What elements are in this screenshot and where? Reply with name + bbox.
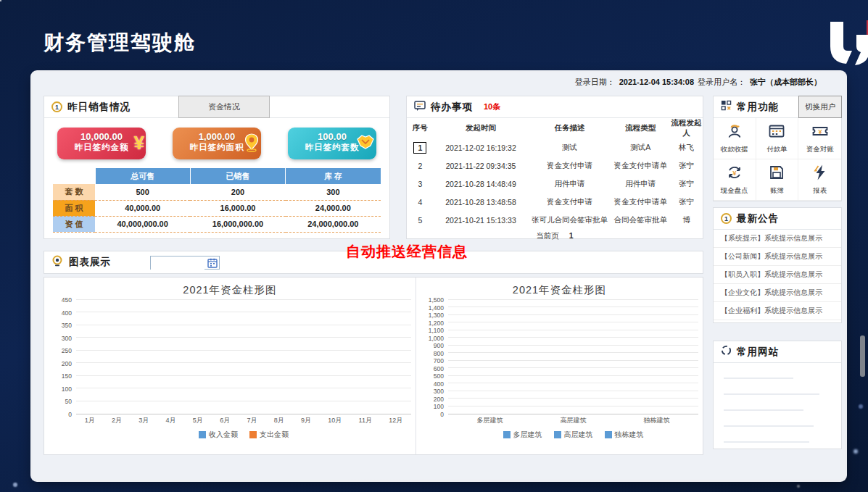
x-tick-label: 多层建筑 [477,416,503,425]
todo-cell[interactable]: 张宁 [670,193,703,211]
location-pin-icon [244,133,260,155]
switch-user-button[interactable]: 切换用户 [798,96,842,118]
y-tick-label: 200 [62,360,72,367]
todo-row[interactable]: 22021-11-22 09:34:35资金支付申请资金支付申请单张宁 [407,157,703,175]
todo-seq[interactable]: 2 [407,157,434,175]
charts-panel: 2021年资金柱形图 050100150200250300350400450 1… [44,277,703,455]
todo-seq[interactable]: 3 [407,175,434,193]
todo-pager[interactable]: 当前页1 [407,231,703,241]
y-tick-label: 1,400 [429,304,444,312]
y-tick-label: 100 [62,385,72,393]
sales-table: 总可售已销售库 存 套 数500200300面 积40,000.0016,000… [53,168,381,233]
todo-cell[interactable]: 合同会签审批单 [611,211,671,229]
todo-cell[interactable]: 测试A [611,138,671,157]
svg-text:¥: ¥ [818,128,822,135]
row-label: 面 积 [53,200,95,216]
x-tick-label: 独栋建筑 [644,416,670,425]
calendar-icon [768,122,785,143]
sales-badges: 10,000.00昨日签约金额¥1,000.00昨日签约面积100.00昨日签约… [44,118,389,159]
functions-panel-title: 常用功能 [737,101,779,114]
y-tick-label: 200 [434,396,444,403]
cell-value: 40,000,000.00 [95,216,190,232]
sales-badge: 1,000.00昨日签约面积 [173,128,261,159]
function-item-现金盘点[interactable]: ¥现金盘点 [714,159,756,201]
x-tick-label: 10月 [328,416,342,425]
todo-cell[interactable]: 用件申请 [528,175,611,193]
todo-cell[interactable]: 资金支付申请单 [611,157,671,175]
y-tick-label: 300 [434,388,444,395]
empty-header-cell [53,168,95,184]
todo-row[interactable]: 42021-10-28 13:48:58资金支付申请资金支付申请单张宁 [407,193,703,211]
badge-label: 昨日签约金额 [57,142,146,153]
todo-cell[interactable]: 资金支付申请 [528,193,611,211]
todo-cell[interactable]: 2021-11-22 09:34:35 [434,157,529,175]
row-label: 套 数 [53,184,95,200]
chart-date-input[interactable] [151,258,204,270]
charts-section-title: 图表展示 [69,256,111,269]
dashboard-container: 登录日期：2021-12-04 15:34:08 登录用户名：张宁（成本部部长）… [33,72,845,480]
announcements-title: 最新公告 [737,212,779,225]
x-tick-label: 高层建筑 [561,416,587,425]
legend-item: 独栋建筑 [605,430,644,440]
function-item-收款收据[interactable]: 收款收据 [714,118,756,159]
cell-value: 500 [95,184,190,200]
chart-date-field[interactable] [150,256,220,270]
todo-row[interactable]: 12021-12-02 16:19:32测试测试A林飞 [407,138,703,157]
announcement-item[interactable]: 【企业福利】系统提示信息展示 [714,302,841,320]
x-tick-label: 7月 [247,416,257,425]
function-label: 现金盘点 [721,186,748,196]
page-title: 财务管理驾驶舱 [44,29,196,57]
function-item-报表[interactable]: 报表 [798,159,841,201]
y-tick-label: 900 [434,342,444,349]
todo-column-header: 序号 [407,118,434,138]
y-tick-label: 1,000 [429,335,444,342]
todo-cell[interactable]: 张可儿合同会签审批单 [528,211,611,229]
circle-one-icon: 1 [51,101,62,112]
todo-cell[interactable]: 资金支付申请 [528,157,611,175]
login-user: 登录用户名：张宁（成本部部长） [698,77,822,88]
todo-seq[interactable]: 4 [407,193,434,211]
x-tick-label: 3月 [139,416,149,425]
announcement-item[interactable]: 【公司新闻】系统提示信息展示 [714,248,841,266]
todo-cell[interactable]: 用件申请 [611,175,671,193]
todo-cell[interactable]: 张宁 [670,175,703,193]
announcement-item[interactable]: 【职员入职】系统提示信息展示 [714,266,841,284]
todo-seq[interactable]: 5 [407,211,434,229]
announcements-panel: 1 最新公告 【系统提示】系统提示信息展示【公司新闻】系统提示信息展示【职员入职… [713,207,842,323]
todo-cell[interactable]: 张宁 [670,157,703,175]
function-item-资金对账[interactable]: ¥资金对账 [798,118,841,159]
y-tick-label: 800 [434,350,444,357]
badge-value: 10,000.00 [57,131,146,142]
tab-funds-status[interactable]: 资金情况 [178,96,270,118]
todo-cell[interactable]: 林飞 [670,138,703,157]
todo-cell[interactable]: 测试 [528,138,611,157]
todo-cell[interactable]: 博 [670,211,703,229]
todo-cell[interactable]: 2021-10-28 14:48:49 [434,175,529,193]
todo-table: 序号发起时间任务描述流程类型流程发起人 12021-12-02 16:19:32… [407,118,703,229]
todo-cell[interactable]: 2021-10-28 13:48:58 [434,193,529,211]
todo-column-header: 任务描述 [528,118,611,138]
todo-panel: 待办事项 10条 序号发起时间任务描述流程类型流程发起人 12021-12-02… [406,96,703,239]
background-lights [0,0,1,1]
person-icon [726,122,743,143]
todo-cell[interactable]: 2021-10-21 15:13:33 [434,211,529,229]
announcement-item[interactable]: 【企业文化】系统提示信息展示 [714,284,841,302]
todo-row[interactable]: 32021-10-28 14:48:49用件申请用件申请张宁 [407,175,703,193]
brand-logo [824,19,868,70]
monthly-funds-bar-chart: 2021年资金柱形图 050100150200250300350400450 1… [44,278,416,454]
todo-row[interactable]: 52021-10-21 15:13:33张可儿合同会签审批单合同会签审批单博 [407,211,703,229]
function-item-账簿[interactable]: 账簿 [756,159,799,201]
todo-panel-title: 待办事项 [431,101,473,114]
calendar-picker-icon[interactable] [207,258,218,271]
todo-cell[interactable]: 2021-12-02 16:19:32 [434,138,529,157]
function-item-付款单[interactable]: 付款单 [756,118,799,159]
y-tick-label: 450 [62,296,72,304]
scrollbar-thumb[interactable] [860,335,865,377]
sales-column-header: 已销售 [190,168,285,184]
y-tick-label: 50 [65,398,72,405]
todo-cell[interactable]: 资金支付申请单 [611,193,671,211]
announcement-item[interactable]: 【系统提示】系统提示信息展示 [714,230,841,248]
legend-item: 支出金额 [249,430,289,440]
todo-seq[interactable]: 1 [407,138,434,157]
svg-text:¥: ¥ [732,169,737,177]
